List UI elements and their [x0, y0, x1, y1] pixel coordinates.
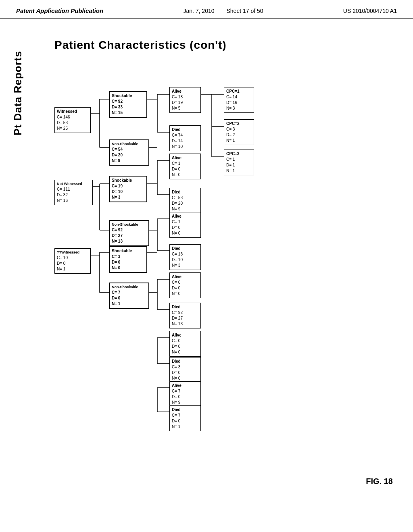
node-died-snw-n: N= 3	[172, 263, 198, 268]
node-notwitnessed-label: Not Witnessed	[57, 181, 90, 187]
node-cpc1-d: D= 16	[226, 100, 252, 106]
node-nonshockable-w-d: D= 20	[112, 152, 146, 158]
node-shockable-nw-c: C= 19	[112, 183, 144, 189]
node-nonshockable-nw: Non-Shockable C= 92 D= 27 N= 13	[109, 220, 149, 246]
node-alive-sqq-d: D= 0	[172, 344, 198, 349]
node-died-nsnw-n: N= 13	[172, 321, 198, 327]
node-alive-nsnw: Alive C= 0 D= 0 N= 0	[169, 272, 201, 298]
node-alive-nsnw-d: D= 0	[172, 285, 198, 291]
node-nonshockable-w: Non-Shockable C= 54 D= 20 N= 9	[109, 139, 149, 166]
node-alive-snw-label: Alive	[172, 214, 198, 219]
node-alive-sw: Alive C= 18 D= 19 N= 5	[169, 87, 201, 113]
node-notwitnessed: Not Witnessed C= 111 D= 32 N= 16	[54, 180, 93, 205]
node-witnessed-label: Witnessed	[57, 109, 88, 114]
node-died-nsqq-n: N= 1	[172, 424, 198, 430]
node-died-nsqq-label: Died	[172, 407, 198, 413]
node-nonshockable-nw-n: N= 13	[112, 239, 146, 244]
node-shockable-qq-label: Shockable	[112, 248, 144, 254]
node-died-sw-label: Died	[172, 127, 198, 133]
main-title: Pt Data Reports	[12, 51, 24, 135]
node-qqwitnessed-label: ??Witnessed	[57, 250, 88, 255]
node-alive-sw-label: Alive	[172, 89, 198, 94]
node-shockable-qq-d: D= 0	[112, 260, 144, 265]
node-alive-snw: Alive C= 1 D= 0 N= 0	[169, 212, 201, 238]
node-alive-nsqq-c: C= 7	[172, 389, 198, 394]
node-shockable-w-d: D= 33	[112, 104, 144, 110]
node-notwitnessed-n: N= 16	[57, 198, 90, 204]
node-shockable-w-c: C= 92	[112, 99, 144, 104]
node-alive-sw-d: D= 19	[172, 100, 198, 106]
node-notwitnessed-c: C= 111	[57, 187, 90, 192]
patent-label: US 2010/0004710 A1	[343, 8, 397, 14]
node-nonshockable-w-c: C= 54	[112, 147, 146, 152]
node-cpc1: CPC=1 C= 14 D= 16 N= 3	[224, 87, 254, 113]
node-alive-nsnw-label: Alive	[172, 274, 198, 280]
node-died-nsnw-c: C= 92	[172, 310, 198, 316]
node-nonshockable-qq-c: C= 7	[112, 290, 146, 295]
node-cpc1-c: C= 14	[226, 94, 252, 100]
node-died-sw-c: C= 74	[172, 133, 198, 138]
node-alive-sqq: Alive C= 0 D= 0 N= 0	[169, 331, 201, 357]
node-shockable-w: Shockable C= 92 D= 33 N= 15	[109, 91, 147, 118]
node-nonshockable-nw-d: D= 27	[112, 233, 146, 239]
node-alive-snw-n: N= 0	[172, 231, 198, 236]
node-died-sw-n: N= 10	[172, 144, 198, 150]
node-shockable-qq-c: C= 3	[112, 254, 144, 260]
node-shockable-nw: Shockable C= 19 D= 10 N= 3	[109, 176, 147, 202]
node-died-sw-d: D= 14	[172, 138, 198, 144]
node-died-nsnw: Died C= 92 D= 27 N= 13	[169, 303, 201, 328]
node-nonshockable-w-label: Non-Shockable	[112, 141, 146, 147]
node-nonshockable-nw-label: Non-Shockable	[112, 222, 146, 227]
node-nonshockable-qq-label: Non-Shockable	[112, 285, 146, 290]
node-qqwitnessed-c: C= 10	[57, 255, 88, 261]
node-qqwitnessed: ??Witnessed C= 10 D= 0 N= 1	[54, 248, 91, 274]
sub-title: Patient Characteristics (con't)	[50, 39, 401, 52]
node-cpc3-label: CPC=3	[226, 151, 252, 157]
node-died-sqq-n: N= 0	[172, 376, 198, 381]
node-died-nsqq-d: D= 0	[172, 418, 198, 424]
node-cpc2-label: CPC=2	[226, 121, 252, 127]
node-alive-nsnw-n: N= 0	[172, 291, 198, 297]
node-alive-nsqq: Alive C= 7 D= 0 N= 9	[169, 381, 201, 407]
node-cpc3-c: C= 1	[226, 157, 252, 162]
node-alive-sw-n: N= 5	[172, 106, 198, 111]
node-died-sw: Died C= 74 D= 14 N= 10	[169, 125, 201, 151]
node-alive-nsw-c: C= 1	[172, 161, 198, 166]
node-died-nsw-n: N= 9	[172, 206, 198, 212]
node-shockable-nw-d: D= 10	[112, 189, 144, 195]
sheet-label: Sheet 17 of 50	[226, 8, 263, 14]
node-died-nsw-label: Died	[172, 189, 198, 195]
node-died-snw-label: Died	[172, 246, 198, 251]
node-died-nsw: Died C= 53 D= 20 N= 9	[169, 188, 201, 214]
node-alive-nsw: Alive C= 1 D= 0 N= 0	[169, 154, 201, 179]
node-notwitnessed-d: D= 32	[57, 192, 90, 198]
node-nonshockable-nw-c: C= 92	[112, 227, 146, 233]
node-alive-nsqq-label: Alive	[172, 383, 198, 389]
node-cpc2-n: N= 1	[226, 138, 252, 143]
node-nonshockable-qq: Non-Shockable C= 7 D= 0 N= 1	[109, 283, 149, 309]
node-witnessed-d: D= 53	[57, 120, 88, 126]
node-died-sqq-label: Died	[172, 359, 198, 364]
node-alive-nsqq-d: D= 0	[172, 394, 198, 400]
node-witnessed-n: N= 25	[57, 126, 88, 131]
title-area: Pt Data Reports	[12, 51, 48, 518]
node-alive-sqq-c: C= 0	[172, 338, 198, 344]
node-cpc2: CPC=2 C= 3 D= 2 N= 1	[224, 119, 254, 145]
node-cpc1-label: CPC=1	[226, 89, 252, 94]
node-died-nsqq: Died C= 7 D= 0 N= 1	[169, 405, 201, 431]
node-cpc3-d: D= 1	[226, 162, 252, 168]
node-shockable-nw-label: Shockable	[112, 178, 144, 183]
node-nonshockable-w-n: N= 9	[112, 158, 146, 164]
node-died-nsnw-label: Died	[172, 304, 198, 310]
node-alive-sqq-label: Alive	[172, 332, 198, 338]
node-died-snw-d: D= 10	[172, 257, 198, 263]
header-center: Jan. 7, 2010 Sheet 17 of 50	[183, 8, 263, 14]
node-shockable-w-label: Shockable	[112, 93, 144, 99]
node-died-sqq-c: C= 3	[172, 364, 198, 370]
node-died-nsw-d: D= 20	[172, 201, 198, 206]
node-alive-nsqq-n: N= 9	[172, 400, 198, 405]
node-cpc3: CPC=3 C= 1 D= 1 N= 1	[224, 150, 254, 175]
node-shockable-w-n: N= 15	[112, 110, 144, 116]
node-alive-snw-c: C= 1	[172, 219, 198, 225]
node-nonshockable-qq-d: D= 0	[112, 295, 146, 301]
